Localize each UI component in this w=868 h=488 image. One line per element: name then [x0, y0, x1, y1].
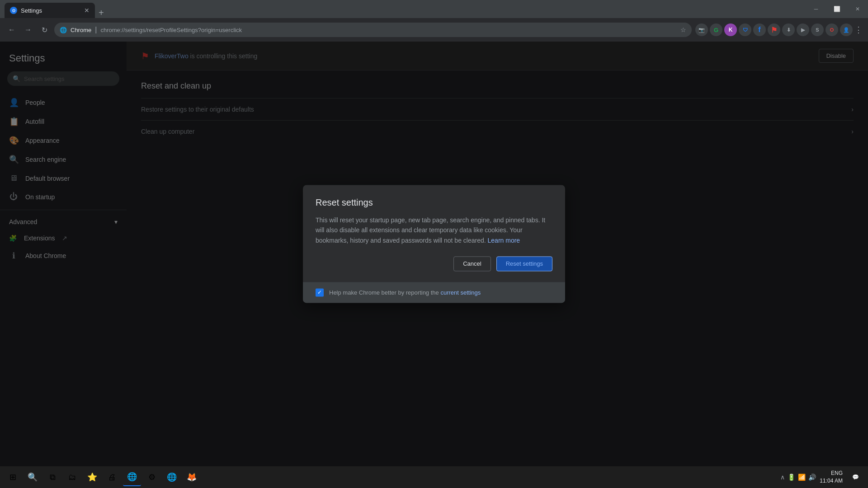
bookmark-star-icon[interactable]: ☆: [680, 26, 686, 33]
forward-button[interactable]: →: [22, 23, 34, 36]
taskbar-app-button[interactable]: 🦊: [183, 468, 201, 486]
learn-more-link[interactable]: Learn more: [488, 237, 520, 244]
ext-red-icon[interactable]: ⚑: [768, 23, 780, 36]
cancel-button[interactable]: Cancel: [453, 257, 491, 272]
active-tab[interactable]: ⚙ Settings ✕: [5, 3, 95, 18]
tray-volume-icon[interactable]: 🔊: [808, 474, 816, 481]
taskbar-language: ENG: [820, 469, 843, 477]
dialog-title: Reset settings: [316, 197, 552, 208]
taskbar-browser2-button[interactable]: 🌐: [163, 468, 181, 486]
dialog-description: This will reset your startup page, new t…: [316, 215, 552, 245]
refresh-button[interactable]: ↻: [38, 23, 51, 36]
tab-title: Settings: [21, 7, 80, 14]
taskbar-time-display: ENG 11:04 AM: [820, 469, 843, 485]
reset-settings-dialog: Reset settings This will reset your star…: [303, 185, 565, 303]
current-settings-link[interactable]: current settings: [440, 289, 481, 296]
maximize-button[interactable]: ⬜: [826, 0, 847, 18]
url-chrome-label: Chrome: [71, 27, 91, 33]
taskbar-search-button[interactable]: 🔍: [24, 468, 42, 486]
ext-shield-icon[interactable]: 🛡: [739, 23, 751, 36]
taskbar-right-area: ∧ 🔋 📶 🔊 ENG 11:04 AM 💬: [780, 468, 864, 486]
url-separator: |: [95, 26, 97, 34]
taskbar-settings-button[interactable]: ⚙: [143, 468, 161, 486]
address-bar: ← → ↻ 🌐 Chrome | chrome://settings/reset…: [0, 18, 868, 42]
footer-description: Help make Chrome better by reporting the…: [329, 289, 481, 296]
start-button[interactable]: ⊞: [4, 468, 22, 486]
window-controls: ─ ⬜ ✕: [806, 0, 868, 18]
system-tray: ∧ 🔋 📶 🔊: [780, 474, 816, 481]
ext-f-icon[interactable]: f: [753, 23, 766, 36]
new-tab-button[interactable]: +: [99, 8, 104, 18]
url-path-text: chrome://settings/resetProfileSettings?o…: [100, 27, 242, 33]
ext-media-icon[interactable]: ▶: [797, 23, 809, 36]
ext-camera-icon[interactable]: 📷: [695, 23, 708, 36]
title-bar: ⚙ Settings ✕ + ─ ⬜ ✕: [0, 0, 868, 18]
ext-office-icon[interactable]: O: [826, 23, 838, 36]
taskbar-explorer-button[interactable]: 🗂: [63, 468, 81, 486]
dialog-body: Reset settings This will reset your star…: [303, 185, 565, 282]
ext-avatar-icon[interactable]: 👤: [840, 23, 853, 36]
tab-close-button[interactable]: ✕: [84, 7, 90, 14]
ext-grammarly-icon[interactable]: G: [710, 23, 722, 36]
taskbar: ⊞ 🔍 ⧉ 🗂 ⭐ 🖨 🌐 ⚙ 🌐 🦊 ∧ 🔋 📶 🔊 ENG 11:04 AM…: [0, 466, 868, 488]
tray-battery-icon: 🔋: [788, 474, 795, 481]
taskbar-printer-button[interactable]: 🖨: [103, 468, 121, 486]
report-settings-checkbox[interactable]: ✓: [316, 289, 324, 297]
taskbar-star-button[interactable]: ⭐: [83, 468, 101, 486]
ext-s-icon[interactable]: S: [811, 23, 824, 36]
notification-center-button[interactable]: 💬: [846, 468, 864, 486]
taskbar-clock: 11:04 AM: [820, 477, 843, 485]
dialog-footer: ✓ Help make Chrome better by reporting t…: [303, 282, 565, 303]
security-icon: 🌐: [60, 27, 67, 33]
ext-k-icon[interactable]: K: [724, 23, 737, 36]
tab-area: ⚙ Settings ✕ +: [0, 0, 104, 18]
taskbar-chrome-button[interactable]: 🌐: [123, 468, 141, 486]
toolbar-icons: 📷 G K 🛡 f ⚑ ⬇ ▶ S O 👤 ⋮: [695, 23, 863, 36]
dialog-actions: Cancel Reset settings: [316, 257, 552, 272]
minimize-button[interactable]: ─: [806, 0, 826, 18]
tray-chevron-icon[interactable]: ∧: [780, 474, 785, 481]
url-bar[interactable]: 🌐 Chrome | chrome://settings/resetProfil…: [54, 23, 692, 37]
footer-text-prefix: Help make Chrome better by reporting the: [329, 289, 440, 296]
back-button[interactable]: ←: [5, 23, 18, 36]
more-options-button[interactable]: ⋮: [854, 25, 863, 35]
windows-start-icon: ⊞: [9, 472, 16, 482]
reset-settings-button[interactable]: Reset settings: [496, 257, 552, 272]
tab-favicon: ⚙: [10, 7, 17, 14]
taskbar-task-view-button[interactable]: ⧉: [43, 468, 61, 486]
close-window-button[interactable]: ✕: [847, 0, 868, 18]
ext-download-icon[interactable]: ⬇: [782, 23, 795, 36]
tray-wifi-icon: 📶: [798, 474, 806, 481]
